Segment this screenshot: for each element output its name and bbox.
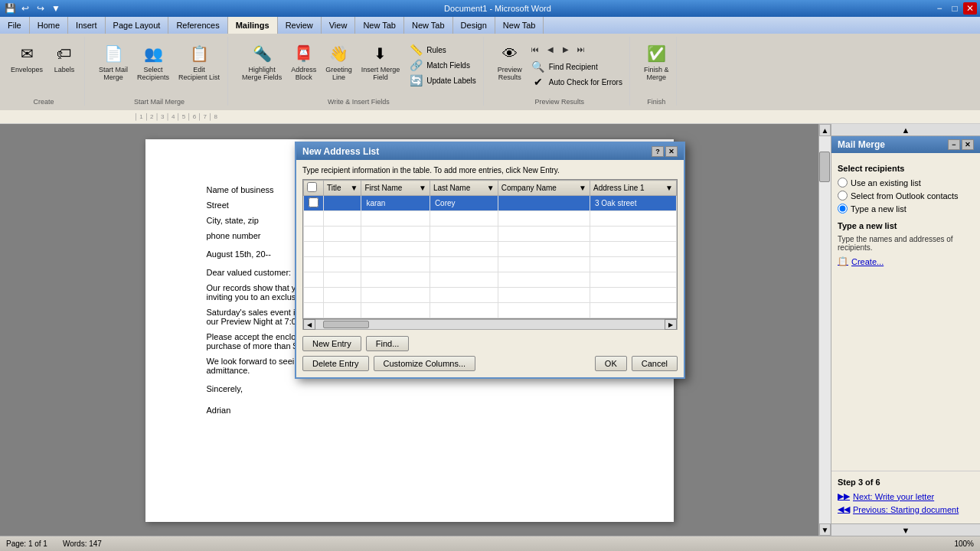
tab-review[interactable]: Review [278, 17, 322, 34]
close-button[interactable]: ✕ [963, 2, 977, 15]
rules-button[interactable]: 📏 Rules [406, 43, 479, 57]
document-vertical-scrollbar[interactable]: ▲ ▼ [818, 124, 831, 536]
ribbon-group-write-insert: 🔦 HighlightMerge Fields 📮 AddressBlock 👋… [234, 37, 484, 106]
next-record-button[interactable]: ▶ [559, 43, 573, 55]
tab-newtab2[interactable]: New Tab [404, 17, 453, 34]
sidebar-scroll-down[interactable]: ▼ [831, 523, 980, 536]
prev-link[interactable]: ◀◀ Previous: Starting document [838, 504, 974, 514]
table-header-row: Title▼ First Name▼ Last Name▼ [304, 181, 677, 196]
dialog-help-button[interactable]: ? [652, 146, 664, 157]
highlight-merge-fields-button[interactable]: 🔦 HighlightMerge Fields [239, 40, 285, 83]
ruler: │ 1 │ 2 │ 3 │ 4 │ 5 │ 6 │ 7 │ 8 [0, 110, 980, 124]
option-existing-list[interactable]: Use an existing list [838, 178, 974, 187]
table-header-firstname[interactable]: First Name▼ [361, 181, 430, 196]
save-button[interactable]: 💾 [3, 2, 17, 15]
tab-newtab1[interactable]: New Tab [355, 17, 404, 34]
envelopes-icon: ✉ [15, 41, 39, 66]
outlook-contacts-radio[interactable] [838, 191, 848, 201]
envelopes-button[interactable]: ✉ Envelopes [8, 40, 46, 75]
sidebar-scroll-up[interactable]: ▲ [831, 124, 980, 136]
ribbon-content: ✉ Envelopes 🏷 Labels Create 📄 Start Mail… [0, 34, 980, 110]
greeting-line-label: GreetingLine [325, 66, 352, 81]
greeting-line-button[interactable]: 👋 GreetingLine [322, 40, 355, 83]
tab-view[interactable]: View [322, 17, 356, 34]
row-title-cell[interactable] [324, 196, 361, 211]
row-company-cell[interactable] [498, 196, 590, 211]
scroll-track[interactable] [819, 136, 831, 523]
ok-button[interactable]: OK [595, 356, 627, 371]
address-block-button[interactable]: 📮 AddressBlock [288, 40, 319, 83]
next-link[interactable]: ▶▶ Next: Write your letter [838, 491, 974, 501]
scroll-up-button[interactable]: ▲ [819, 124, 831, 136]
scroll-left-button[interactable]: ◀ [303, 319, 315, 330]
create-link[interactable]: 📋 Create... [838, 256, 974, 266]
auto-check-errors-button[interactable]: ✔ Auto Check for Errors [528, 75, 625, 89]
table-empty-row-6 [304, 288, 677, 303]
dialog-body: Type recipient information in the table.… [296, 160, 684, 377]
start-mail-merge-button[interactable]: 📄 Start MailMerge [96, 40, 131, 83]
step-text: Step 3 of 6 [838, 478, 974, 487]
greeting-line-icon: 👋 [326, 41, 351, 66]
existing-list-radio[interactable] [838, 178, 848, 187]
tab-page-layout[interactable]: Page Layout [106, 17, 169, 34]
select-recipients-button[interactable]: 👥 SelectRecipients [134, 40, 172, 83]
scroll-track[interactable] [315, 320, 665, 329]
undo-button[interactable]: ↩ [18, 2, 32, 15]
tab-mailings[interactable]: Mailings [228, 17, 278, 34]
doc-signature: Adrian [207, 406, 612, 415]
update-labels-button[interactable]: 🔄 Update Labels [406, 73, 479, 87]
scroll-right-button[interactable]: ▶ [665, 319, 677, 330]
dialog-table-container[interactable]: Title▼ First Name▼ Last Name▼ [302, 179, 678, 319]
table-header-lastname[interactable]: Last Name▼ [430, 181, 498, 196]
prev-record-button[interactable]: ◀ [544, 43, 557, 55]
insert-merge-field-button[interactable]: ⬇ Insert MergeField [358, 40, 403, 83]
option-type-new-list[interactable]: Type a new list [838, 204, 974, 214]
dialog-horizontal-scrollbar[interactable]: ◀ ▶ [302, 319, 678, 330]
row-lastname-cell[interactable]: Corey [430, 196, 498, 211]
delete-entry-button[interactable]: Delete Entry [302, 356, 369, 371]
scroll-thumb[interactable] [819, 152, 830, 182]
customize-columns-button[interactable]: Customize Columns... [374, 356, 476, 371]
more-qat-button[interactable]: ▼ [49, 2, 63, 15]
table-header-company[interactable]: Company Name▼ [498, 181, 590, 196]
tab-design[interactable]: Design [453, 17, 495, 34]
match-fields-button[interactable]: 🔗 Match Fields [406, 58, 479, 72]
sidebar-minimize-button[interactable]: − [948, 139, 960, 150]
ribbon-group-start-mail-merge: 📄 Start MailMerge 👥 SelectRecipients 📋 E… [91, 37, 228, 106]
find-button[interactable]: Find... [366, 336, 410, 351]
table-header-address[interactable]: Address Line 1▼ [590, 181, 676, 196]
select-all-checkbox[interactable] [307, 182, 317, 192]
preview-small-buttons: ⏮ ◀ ▶ ⏭ 🔍 Find Recipient ✔ Auto Check fo… [528, 40, 625, 89]
cancel-button[interactable]: Cancel [632, 356, 678, 371]
scroll-down-button[interactable]: ▼ [819, 523, 831, 536]
first-record-button[interactable]: ⏮ [528, 43, 542, 55]
labels-label: Labels [54, 66, 75, 73]
tab-newtab3[interactable]: New Tab [495, 17, 544, 34]
type-new-list-radio[interactable] [838, 204, 848, 214]
preview-results-button[interactable]: 👁 PreviewResults [495, 40, 525, 83]
type-new-list-label: Type a new list [851, 204, 906, 214]
tab-file[interactable]: File [0, 17, 30, 34]
find-recipient-button[interactable]: 🔍 Find Recipient [528, 60, 625, 73]
scroll-thumb[interactable] [323, 321, 369, 328]
finish-merge-button[interactable]: ✅ Finish &Merge [641, 40, 672, 83]
last-record-button[interactable]: ⏭ [574, 43, 588, 55]
sidebar-close-button[interactable]: ✕ [962, 139, 974, 150]
tab-home[interactable]: Home [30, 17, 68, 34]
table-row[interactable]: karan Corey 3 Oak street [304, 196, 677, 211]
table-header-title[interactable]: Title▼ [324, 181, 361, 196]
edit-recipient-list-button[interactable]: 📋 EditRecipient List [175, 40, 223, 83]
tab-insert[interactable]: Insert [68, 17, 106, 34]
dialog-close-button[interactable]: ✕ [665, 146, 678, 157]
option-outlook-contacts[interactable]: Select from Outlook contacts [838, 191, 974, 201]
minimize-button[interactable]: − [933, 2, 946, 15]
new-entry-button[interactable]: New Entry [302, 336, 361, 351]
tab-references[interactable]: References [168, 17, 227, 34]
labels-button[interactable]: 🏷 Labels [49, 40, 80, 75]
row-address-cell[interactable]: 3 Oak street [590, 196, 676, 211]
row-checkbox[interactable] [309, 197, 318, 207]
new-address-list-dialog: New Address List ? ✕ Type recipient info… [295, 142, 685, 379]
redo-button[interactable]: ↪ [34, 2, 47, 15]
maximize-button[interactable]: □ [948, 2, 962, 15]
row-firstname-cell[interactable]: karan [361, 196, 430, 211]
